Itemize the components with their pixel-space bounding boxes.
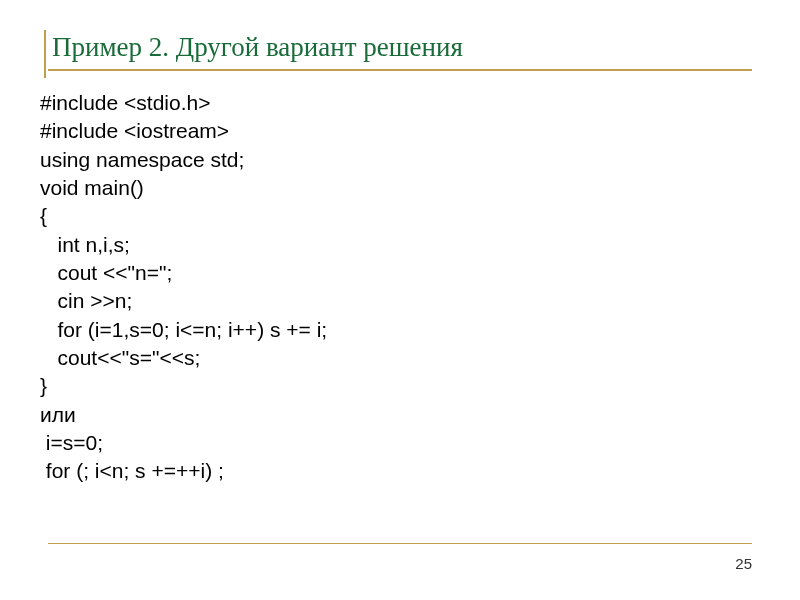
code-line: cout<<"s="<<s; — [40, 344, 752, 372]
bottom-rule — [48, 543, 752, 544]
code-line: или — [40, 401, 752, 429]
code-line: #include <stdio.h> — [40, 89, 752, 117]
code-line: #include <iostream> — [40, 117, 752, 145]
code-line: { — [40, 202, 752, 230]
page-number: 25 — [735, 555, 752, 572]
code-line: void main() — [40, 174, 752, 202]
code-line: for (i=1,s=0; i<=n; i++) s += i; — [40, 316, 752, 344]
code-block: #include <stdio.h>#include <iostream>usi… — [40, 89, 752, 486]
slide-title: Пример 2. Другой вариант решения — [48, 32, 752, 63]
code-line: cin >>n; — [40, 287, 752, 315]
code-line: cout <<"n="; — [40, 259, 752, 287]
code-line: } — [40, 372, 752, 400]
code-line: i=s=0; — [40, 429, 752, 457]
title-underline — [48, 69, 752, 71]
slide-container: Пример 2. Другой вариант решения #includ… — [0, 0, 800, 600]
code-line: int n,i,s; — [40, 231, 752, 259]
code-line: for (; i<n; s +=++i) ; — [40, 457, 752, 485]
code-line: using namespace std; — [40, 146, 752, 174]
title-left-accent — [44, 30, 46, 78]
